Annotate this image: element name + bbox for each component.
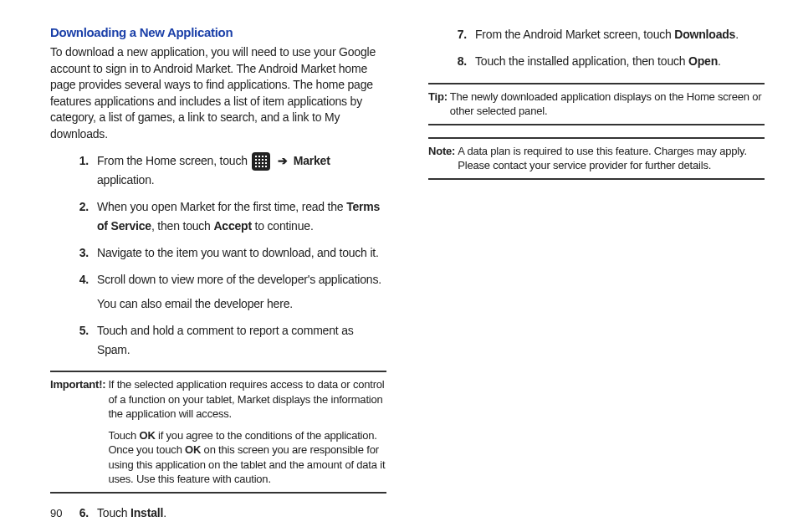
important-callout: Important!: If the selected application … [50, 371, 386, 494]
note-callout: Note: A data plan is required to use thi… [428, 137, 765, 180]
step-number: 2. [75, 197, 97, 235]
step-6: 6. Touch Install. [75, 504, 386, 522]
left-column: Downloading a New Application To downloa… [50, 25, 386, 502]
intro-paragraph: To download a new application, you will … [50, 44, 386, 143]
step-body: Touch the installed application, then to… [475, 52, 765, 70]
step-5: 5. Touch and hold a comment to report a … [75, 321, 386, 359]
right-column: 7. From the Android Market screen, touch… [428, 25, 765, 502]
step-body: Touch and hold a comment to report a com… [97, 321, 386, 359]
section-heading: Downloading a New Application [50, 25, 386, 39]
step-7: 7. From the Android Market screen, touch… [453, 25, 765, 43]
arrow-icon: ➔ [278, 154, 288, 167]
step-number: 3. [75, 243, 97, 262]
callout-body: The newly downloaded application display… [450, 90, 765, 119]
step-3: 3. Navigate to the item you want to down… [75, 243, 386, 262]
step-body: Touch Install. [97, 504, 386, 522]
market-label: Market [294, 154, 330, 167]
step-body: Navigate to the item you want to downloa… [97, 243, 386, 262]
callout-label: Important!: [50, 377, 108, 487]
step-4: 4. Scroll down to view more of the devel… [75, 270, 386, 313]
step-number: 4. [75, 270, 97, 313]
step-number: 8. [453, 52, 475, 70]
step-body: From the Android Market screen, touch Do… [475, 25, 765, 43]
steps-list-right: 7. From the Android Market screen, touch… [428, 25, 765, 71]
step-number: 6. [75, 504, 97, 522]
page-columns: Downloading a New Application To downloa… [50, 25, 765, 502]
step-body: When you open Market for the first time,… [97, 197, 386, 235]
step-body: Scroll down to view more of the develope… [97, 270, 386, 313]
step-2: 2. When you open Market for the first ti… [75, 197, 386, 235]
step-number: 5. [75, 321, 97, 359]
steps-list-left-cont: 6. Touch Install. [50, 504, 386, 522]
tip-callout: Tip: The newly downloaded application di… [428, 83, 765, 125]
steps-list-left: 1. From the Home screen, touch ➔ Market … [50, 151, 386, 359]
step-number: 7. [453, 25, 475, 43]
step-1: 1. From the Home screen, touch ➔ Market … [75, 151, 386, 190]
callout-label: Tip: [428, 90, 450, 119]
callout-label: Note: [428, 144, 458, 173]
step-body: From the Home screen, touch ➔ Market app… [97, 151, 386, 190]
apps-grid-icon [252, 152, 270, 171]
step-number: 1. [75, 151, 97, 190]
callout-body: If the selected application requires acc… [108, 377, 386, 487]
step-8: 8. Touch the installed application, then… [453, 52, 765, 70]
callout-body: A data plan is required to use this feat… [458, 144, 765, 173]
